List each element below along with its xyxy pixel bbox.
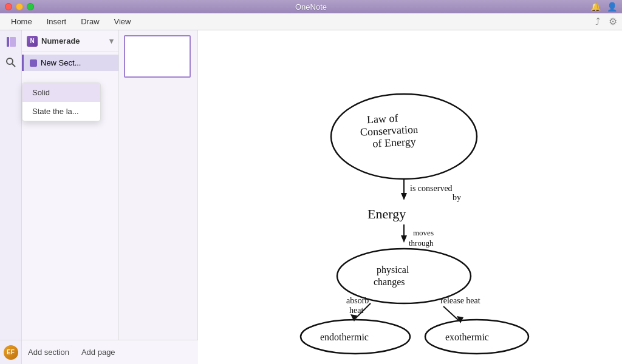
dropdown-item-state[interactable]: State the la... bbox=[22, 102, 100, 121]
add-page-button[interactable]: Add page bbox=[81, 348, 115, 357]
bottom-actions: Add section Add page bbox=[22, 340, 198, 364]
section-item-new[interactable]: New Sect... bbox=[22, 55, 118, 71]
close-button[interactable] bbox=[5, 3, 12, 10]
menu-insert[interactable]: Insert bbox=[41, 16, 73, 27]
page-thumbnail[interactable] bbox=[124, 35, 191, 78]
notebook-panel: N Numerade ▾ New Sect... bbox=[22, 30, 119, 364]
user-avatar[interactable]: EF bbox=[4, 345, 18, 360]
section-label: New Sect... bbox=[41, 58, 81, 67]
share-icon[interactable]: ⤴ bbox=[595, 16, 600, 27]
sidebar bbox=[0, 30, 22, 364]
svg-text:endothermic: endothermic bbox=[320, 332, 369, 342]
svg-line-27 bbox=[443, 306, 459, 320]
bell-icon[interactable]: 🔔 bbox=[590, 2, 601, 12]
search-toolbar-icon[interactable]: ⚙ bbox=[609, 16, 617, 27]
svg-text:Energy: Energy bbox=[367, 206, 406, 221]
notebook-name: Numerade bbox=[41, 36, 80, 46]
svg-text:heat: heat bbox=[349, 306, 363, 315]
main-canvas[interactable]: Law of Conservation of Energy is conserv… bbox=[198, 30, 622, 364]
svg-rect-0 bbox=[7, 37, 9, 47]
svg-text:changes: changes bbox=[374, 277, 405, 288]
menu-draw[interactable]: Draw bbox=[75, 16, 105, 27]
svg-text:absorb: absorb bbox=[346, 296, 369, 305]
notebook-icon: N bbox=[27, 36, 38, 47]
svg-line-3 bbox=[12, 64, 15, 67]
svg-text:is conserved: is conserved bbox=[410, 184, 453, 193]
svg-text:moves: moves bbox=[413, 228, 434, 237]
notebook-header[interactable]: N Numerade ▾ bbox=[22, 30, 118, 52]
app-title: OneNote bbox=[295, 2, 327, 12]
notebook-dropdown-arrow[interactable]: ▾ bbox=[109, 36, 114, 46]
titlebar-actions: 🔔 👤 bbox=[590, 2, 617, 12]
menubar: Home Insert Draw View ⤴ ⚙ bbox=[0, 13, 622, 30]
svg-text:Law of: Law of bbox=[366, 112, 398, 126]
pages-panel bbox=[119, 30, 198, 364]
svg-text:release heat: release heat bbox=[440, 296, 480, 305]
svg-text:exothermic: exothermic bbox=[445, 332, 489, 342]
svg-text:through: through bbox=[409, 238, 434, 248]
search-nav-icon[interactable] bbox=[4, 56, 18, 69]
section-dot bbox=[30, 59, 37, 67]
svg-point-2 bbox=[7, 58, 13, 64]
dropdown-popup: Solid State the la... bbox=[22, 83, 101, 121]
menu-home[interactable]: Home bbox=[5, 16, 38, 27]
window-controls[interactable] bbox=[5, 3, 34, 10]
minimize-button[interactable] bbox=[16, 3, 23, 10]
svg-rect-1 bbox=[10, 37, 16, 47]
menu-view[interactable]: View bbox=[108, 16, 137, 27]
svg-text:by: by bbox=[453, 193, 461, 202]
canvas-svg: Law of Conservation of Energy is conserv… bbox=[198, 30, 622, 364]
svg-text:of Energy: of Energy bbox=[372, 135, 416, 150]
svg-marker-14 bbox=[401, 235, 407, 243]
titlebar: OneNote 🔔 👤 bbox=[0, 0, 622, 13]
add-section-button[interactable]: Add section bbox=[28, 348, 69, 357]
dropdown-item-solid[interactable]: Solid bbox=[22, 83, 100, 102]
maximize-button[interactable] bbox=[27, 3, 34, 10]
notebook-nav-icon[interactable] bbox=[4, 35, 18, 49]
svg-point-17 bbox=[337, 249, 471, 303]
app-body: N Numerade ▾ New Sect... Solid State the… bbox=[0, 30, 622, 364]
svg-text:physical: physical bbox=[377, 265, 409, 275]
account-icon[interactable]: 👤 bbox=[607, 2, 617, 12]
svg-marker-9 bbox=[401, 193, 407, 200]
bottom-bar-avatar: EF bbox=[0, 340, 22, 364]
